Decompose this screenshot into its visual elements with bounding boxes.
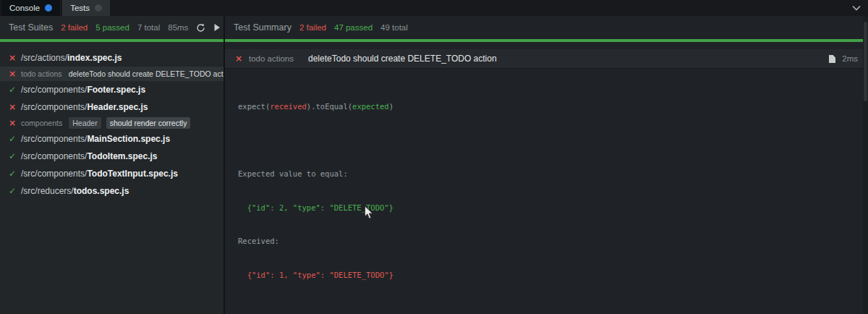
selected-test-name: deleteTodo should create DELETE_TODO act… (308, 54, 497, 64)
suite-path: /src/components/ (21, 169, 87, 179)
test-name-label: deleteTodo should create DELETE_TODO act… (69, 69, 224, 78)
suite-row-todoitem-spec[interactable]: ✓ /src/components/TodoItem.spec.js (0, 148, 224, 165)
fail-icon: × (9, 53, 21, 63)
suites-passed-count: 5 passed (95, 23, 129, 32)
describe-block-label: components (21, 119, 62, 127)
test-suites-title: Test Suites (9, 22, 53, 33)
pass-icon: ✓ (9, 186, 21, 196)
summary-passed-count: 47 passed (334, 23, 373, 32)
suite-row-todotextinput-spec[interactable]: ✓ /src/components/TodoTextInput.spec.js (0, 165, 224, 182)
pass-icon: ✓ (9, 151, 21, 161)
suite-row-footer-spec[interactable]: ✓ /src/components/Footer.spec.js (0, 81, 224, 98)
suite-file: MainSection.spec.js (87, 134, 170, 144)
selected-test-bar[interactable]: × todo actions deleteTodo should create … (225, 49, 868, 69)
test-name-chip: should render correctly (106, 117, 191, 129)
suite-path: /src/actions/ (21, 53, 67, 63)
describe-block-chip: Header (69, 117, 101, 129)
summary-total-count: 49 total (380, 23, 408, 32)
scrollbar-thumb[interactable] (864, 22, 867, 101)
error-line: {"id": 2, "type": "DELETE_TODO"} (238, 203, 861, 214)
scrollbar-track[interactable] (863, 16, 868, 314)
fail-icon: × (9, 102, 21, 112)
describe-block-label: todo actions (21, 69, 62, 78)
suite-file: Footer.spec.js (87, 85, 145, 95)
console-badge-icon (45, 4, 52, 12)
test-row-should-render[interactable]: × components Header should render correc… (0, 116, 224, 130)
open-file-icon[interactable] (828, 54, 836, 64)
test-error-output: expect(received).toEqual(expected) Expec… (225, 69, 868, 314)
tests-badge-icon (95, 4, 102, 12)
summary-failed-count: 2 failed (299, 23, 326, 32)
error-line: Expected value to equal: (238, 169, 861, 180)
summary-progress-bar (225, 39, 868, 42)
suite-list: × /src/actions/index.spec.js × todo acti… (0, 42, 224, 200)
rerun-tests-icon[interactable] (196, 23, 205, 33)
error-line: Received: (238, 236, 861, 247)
test-summary-header: Test Summary 2 failed 47 passed 49 total (225, 16, 868, 39)
suite-row-mainsection-spec[interactable]: ✓ /src/components/MainSection.spec.js (0, 130, 224, 148)
suite-file: index.spec.js (67, 53, 122, 63)
suite-file: todos.spec.js (74, 186, 129, 196)
suite-row-todos-spec[interactable]: ✓ /src/reducers/todos.spec.js (0, 182, 224, 200)
tab-tests-label: Tests (70, 4, 90, 12)
test-suites-panel: Test Suites 2 failed 5 passed 7 total 85… (0, 16, 225, 314)
suite-row-index-spec[interactable]: × /src/actions/index.spec.js (0, 49, 224, 67)
fail-icon: × (9, 118, 21, 128)
tab-tests[interactable]: Tests (62, 0, 110, 16)
suite-file: Header.spec.js (87, 102, 148, 112)
test-row-deletetodo[interactable]: × todo actions deleteTodo should create … (0, 67, 224, 81)
suites-duration: 85ms (168, 23, 188, 32)
suite-file: TodoTextInput.spec.js (87, 169, 178, 179)
suite-path: /src/reducers/ (21, 186, 74, 196)
tab-console-label: Console (9, 4, 40, 12)
suite-path: /src/components/ (21, 85, 87, 95)
play-tests-icon[interactable] (213, 23, 221, 32)
selected-test-describe: todo actions (249, 54, 294, 63)
pass-icon: ✓ (9, 85, 21, 95)
chevron-down-icon[interactable] (852, 5, 861, 11)
devtools-tab-bar: Console Tests (0, 0, 868, 16)
error-line: {"id": 1, "type": "DELETE_TODO"} (238, 270, 861, 281)
suite-path: /src/components/ (21, 134, 87, 144)
suites-failed-count: 2 failed (61, 23, 88, 32)
suite-file: TodoItem.spec.js (87, 151, 157, 161)
fail-icon: × (235, 54, 247, 64)
suite-row-header-spec[interactable]: × /src/components/Header.spec.js (0, 98, 224, 116)
suite-path: /src/components/ (21, 151, 87, 161)
test-summary-title: Test Summary (234, 22, 292, 33)
assert-line: expect(received).toEqual(expected) (238, 101, 861, 113)
tests-devtool-panel: Console Tests Test Suites 2 failed 5 pas… (0, 0, 868, 314)
pass-icon: ✓ (9, 169, 21, 179)
test-suites-header: Test Suites 2 failed 5 passed 7 total 85… (0, 16, 224, 39)
suites-total-count: 7 total (137, 23, 160, 32)
test-summary-panel: Test Summary 2 failed 47 passed 49 total… (225, 16, 868, 314)
fail-icon: × (9, 69, 21, 79)
selected-test-duration: 2ms (842, 54, 858, 63)
tab-console[interactable]: Console (1, 0, 60, 16)
pass-icon: ✓ (9, 134, 21, 144)
suite-path: /src/components/ (21, 102, 87, 112)
